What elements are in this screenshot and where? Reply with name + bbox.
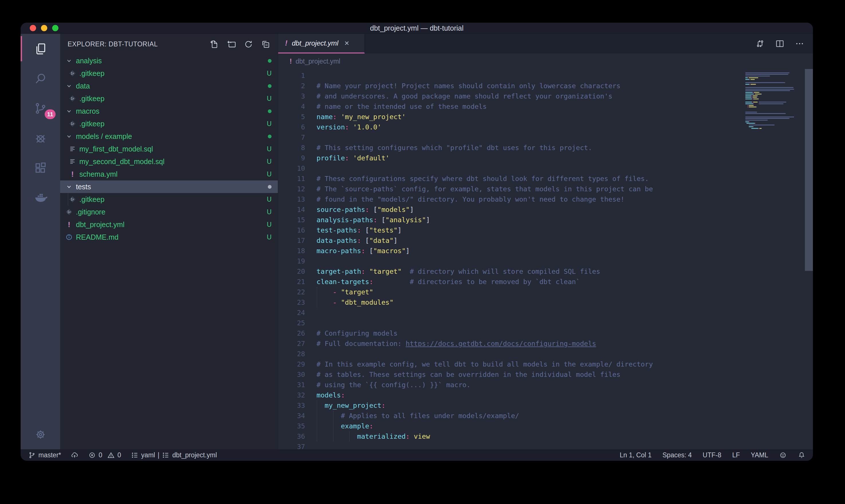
tree-folder-data[interactable]: data <box>60 79 278 92</box>
more-actions-icon[interactable] <box>795 39 804 48</box>
code-line-24[interactable]: 24 <box>278 308 813 318</box>
eol-item[interactable]: LF <box>732 451 740 459</box>
code-line-3[interactable]: 3# and underscores. A good package name … <box>278 91 813 101</box>
activity-docker-button[interactable] <box>21 183 60 213</box>
code-line-17[interactable]: 17data-paths: ["data"] <box>278 235 813 246</box>
tree-folder-tests[interactable]: tests <box>60 180 278 193</box>
notifications-item[interactable] <box>798 451 806 459</box>
new-folder-icon[interactable] <box>227 39 236 49</box>
code-line-13[interactable]: 13# found in the "models/" directory. Yo… <box>278 194 813 204</box>
tree-item-label: my_first_dbt_model.sql <box>79 145 153 153</box>
git-untracked-badge: U <box>267 70 272 77</box>
editor-group: ! dbt_project.yml × <box>278 34 813 449</box>
code-line-21[interactable]: 21clean-targets: # directories to be rem… <box>278 277 813 287</box>
tree-file--gitkeep[interactable]: .gitkeepU <box>60 92 278 105</box>
minimap-line <box>745 107 756 107</box>
sql-file-icon <box>69 145 76 152</box>
code-line-34[interactable]: 34 # Applies to all files under models/e… <box>278 411 813 421</box>
minimap-line <box>745 90 790 91</box>
cursor-position-item[interactable]: Ln 1, Col 1 <box>620 451 652 459</box>
code-line-11[interactable]: 11# These configurations specify where d… <box>278 174 813 184</box>
activity-debug-button[interactable] <box>21 123 60 153</box>
line-content: # In this example config, we tell dbt to… <box>317 359 653 370</box>
code-line-16[interactable]: 16test-paths: ["tests"] <box>278 225 813 235</box>
tree-file-schema-yml[interactable]: !schema.ymlU <box>60 168 278 180</box>
code-line-1[interactable]: 1 <box>278 70 813 81</box>
tree-file--gitkeep[interactable]: .gitkeepU <box>60 193 278 205</box>
tree-file--gitkeep[interactable]: .gitkeepU <box>60 118 278 130</box>
errors-icon <box>88 451 96 459</box>
scrollbar-thumb[interactable] <box>805 69 813 271</box>
code-line-30[interactable]: 30# as tables. These settings can be ove… <box>278 370 813 380</box>
refresh-icon[interactable] <box>244 39 253 49</box>
code-line-19[interactable]: 19 <box>278 256 813 266</box>
sync-changes-item[interactable] <box>71 451 78 459</box>
code-line-12[interactable]: 12# The `source-paths` config, for examp… <box>278 184 813 194</box>
editor-scrollbar[interactable] <box>805 69 813 449</box>
code-line-32[interactable]: 32models: <box>278 390 813 400</box>
tree-file-my-first-dbt-model-sql[interactable]: my_first_dbt_model.sqlU <box>60 143 278 155</box>
encoding-item[interactable]: UTF-8 <box>703 451 721 459</box>
collapse-all-icon[interactable] <box>261 39 270 49</box>
open-changes-icon[interactable] <box>755 39 765 48</box>
tree-folder-models-example[interactable]: models / example <box>60 130 278 143</box>
editor-mode-item[interactable]: yaml | dbt_project.yml <box>131 451 217 459</box>
readme-info-icon <box>65 233 73 241</box>
code-line-20[interactable]: 20target-path: "target" # directory whic… <box>278 266 813 277</box>
minimap-line <box>745 84 756 85</box>
code-line-26[interactable]: 26# Configuring models <box>278 328 813 339</box>
code-line-31[interactable]: 31# using the `{{ config(...) }}` macro. <box>278 380 813 390</box>
breadcrumb-file-label[interactable]: dbt_project.yml <box>295 57 340 65</box>
indentation-item[interactable]: Spaces: 4 <box>663 451 692 459</box>
code-line-15[interactable]: 15analysis-paths: ["analysis"] <box>278 215 813 225</box>
tree-file-my-second-dbt-model-sql[interactable]: my_second_dbt_model.sqlU <box>60 155 278 168</box>
modified-warning-icon: ! <box>285 39 288 48</box>
breadcrumb[interactable]: ! dbt_project.yml <box>278 54 813 69</box>
code-line-14[interactable]: 14source-paths: ["models"] <box>278 204 813 215</box>
code-line-4[interactable]: 4# name or the intended use of these mod… <box>278 101 813 112</box>
line-content: # The `source-paths` config, for example… <box>317 184 653 194</box>
tree-file--gitkeep[interactable]: .gitkeepU <box>60 67 278 79</box>
git-branch-item[interactable]: master* <box>28 451 61 459</box>
split-editor-icon[interactable] <box>775 39 785 48</box>
code-line-6[interactable]: 6version: '1.0.0' <box>278 122 813 132</box>
code-line-27[interactable]: 27# Full documentation: https://docs.get… <box>278 339 813 349</box>
code-line-29[interactable]: 29# In this example config, we tell dbt … <box>278 359 813 370</box>
code-line-7[interactable]: 7 <box>278 132 813 143</box>
code-line-35[interactable]: 35 example: <box>278 421 813 431</box>
code-line-5[interactable]: 5name: 'my_new_project' <box>278 112 813 122</box>
code-editor[interactable]: 12# Name your project! Project names sho… <box>278 69 813 449</box>
tree-folder-analysis[interactable]: analysis <box>60 54 278 67</box>
tree-folder-macros[interactable]: macros <box>60 105 278 118</box>
tab-dbt-project-yml[interactable]: ! dbt_project.yml × <box>278 34 365 54</box>
code-line-8[interactable]: 8# This setting configures which "profil… <box>278 143 813 153</box>
code-line-2[interactable]: 2# Name your project! Project names shou… <box>278 81 813 91</box>
code-line-33[interactable]: 33 my_new_project: <box>278 400 813 411</box>
line-content: example: <box>317 421 373 431</box>
activity-source-control-button[interactable]: 11 <box>21 93 60 123</box>
feedback-item[interactable] <box>779 451 787 459</box>
code-line-25[interactable]: 25 <box>278 318 813 328</box>
problems-item[interactable]: 0 0 <box>88 451 121 459</box>
activity-extensions-button[interactable] <box>21 153 60 183</box>
line-content: profile: 'default' <box>317 153 390 163</box>
activity-explorer-button[interactable] <box>21 34 60 64</box>
tree-file--gitignore[interactable]: .gitignoreU <box>60 205 278 218</box>
git-status-dot <box>268 109 272 113</box>
code-line-10[interactable]: 10 <box>278 163 813 174</box>
new-file-icon[interactable] <box>210 39 219 49</box>
code-line-37[interactable]: 37 <box>278 442 813 449</box>
language-item[interactable]: YAML <box>751 451 768 459</box>
tree-file-readme-md[interactable]: README.mdU <box>60 231 278 244</box>
activity-search-button[interactable] <box>21 64 60 93</box>
code-line-18[interactable]: 18macro-paths: ["macros"] <box>278 246 813 256</box>
activity-settings-button[interactable] <box>21 419 60 449</box>
code-line-9[interactable]: 9profile: 'default' <box>278 153 813 163</box>
tab-close-icon[interactable]: × <box>344 39 349 48</box>
code-line-36[interactable]: 36 materialized: view <box>278 431 813 442</box>
tree-file-dbt-project-yml[interactable]: !dbt_project.ymlU <box>60 218 278 231</box>
code-line-28[interactable]: 28 <box>278 349 813 359</box>
code-line-22[interactable]: 22 - "target" <box>278 287 813 297</box>
line-number: 21 <box>278 277 305 287</box>
code-line-23[interactable]: 23 - "dbt_modules" <box>278 297 813 308</box>
